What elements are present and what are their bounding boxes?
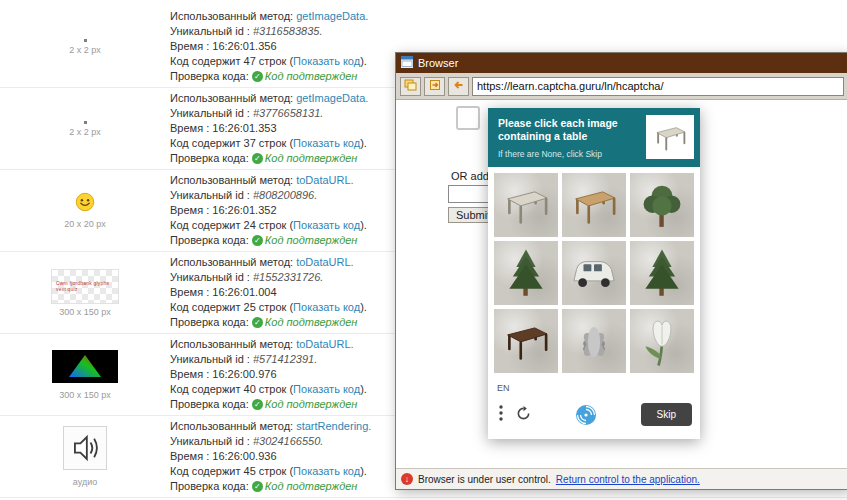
id-line: Уникальный id : #3116583835. <box>170 24 368 39</box>
id-label: Уникальный id : <box>170 353 253 365</box>
method-link[interactable]: toDataURL. <box>296 174 353 186</box>
captcha-grid-image-table[interactable] <box>494 173 558 237</box>
method-label: Использованный метод: <box>170 420 296 432</box>
hcaptcha-logo[interactable] <box>531 404 641 426</box>
time-value: 16:26:00.976 <box>212 368 276 380</box>
captcha-grid-image-tree[interactable] <box>630 173 694 237</box>
show-code-link[interactable]: Показать код <box>293 383 360 395</box>
thumbnail-caption: 2 x 2 px <box>69 45 101 55</box>
code-text: Код содержит 37 строк ( <box>170 137 293 149</box>
id-label: Уникальный id : <box>170 107 253 119</box>
method-line: Использованный метод: toDataURL. <box>170 173 367 188</box>
thumbnail-image: Cwm fjordbank glyphs vext quiz <box>51 269 119 304</box>
method-link[interactable]: toDataURL. <box>296 256 353 268</box>
go-icon <box>429 79 441 94</box>
thumbnail: 2 x 2 px <box>0 121 170 137</box>
check-ok-icon: ✓ <box>252 153 263 164</box>
thumbnail-caption: 300 x 150 px <box>59 390 111 400</box>
windows-icon <box>404 79 417 94</box>
code-text-after: ). <box>360 465 367 477</box>
back-button[interactable] <box>448 77 469 96</box>
code-text-after: ). <box>360 301 367 313</box>
check-ok-icon: ✓ <box>252 71 263 82</box>
code-text-after: ). <box>360 137 367 149</box>
id-line: Уникальный id : #1552331726. <box>170 270 367 285</box>
time-label: Время : <box>170 286 212 298</box>
vertical-dots-icon <box>498 404 504 425</box>
code-line: Код содержит 47 строк (Показать код). <box>170 54 368 69</box>
method-link[interactable]: getImageData. <box>296 92 368 104</box>
go-button[interactable] <box>424 77 445 96</box>
window-titlebar[interactable]: Browser <box>396 53 847 73</box>
captcha-image-grid <box>488 167 700 379</box>
code-text: Код содержит 24 строк ( <box>170 219 293 231</box>
method-link[interactable]: toDataURL. <box>296 338 353 350</box>
refresh-icon <box>516 406 531 424</box>
thumbnail: 20 x 20 px <box>0 192 170 229</box>
menu-button[interactable] <box>498 404 504 425</box>
check-label: Проверка кода: <box>170 70 252 82</box>
code-line: Код содержит 37 строк (Показать код). <box>170 136 368 151</box>
entry-details: Использованный метод: toDataURL. Уникаль… <box>170 337 367 412</box>
captcha-grid-image-tree[interactable] <box>494 241 558 305</box>
id-line: Уникальный id : #3776658131. <box>170 106 368 121</box>
skip-button[interactable]: Skip <box>641 403 692 426</box>
url-bar[interactable] <box>472 77 844 96</box>
thumbnail: аудио <box>0 426 170 487</box>
entry-details: Использованный метод: getImageData. Уник… <box>170 91 368 166</box>
canvas-sample-text: Cwm fjordbank glyphs vext quiz <box>52 280 118 292</box>
refresh-button[interactable] <box>516 406 531 424</box>
captcha-grid-image-flower[interactable] <box>562 309 626 373</box>
captcha-grid-image-table[interactable] <box>494 309 558 373</box>
code-text: Код содержит 25 строк ( <box>170 301 293 313</box>
window-title: Browser <box>418 57 458 69</box>
code-text-after: ). <box>360 55 367 67</box>
check-status: Код подтвержден <box>265 480 358 492</box>
captcha-grid-image-flower[interactable] <box>630 309 694 373</box>
method-link[interactable]: startRendering. <box>296 420 371 432</box>
window-statusbar: ↓ Browser is under user control. Return … <box>396 468 847 489</box>
entry-details: Использованный метод: startRendering. Ун… <box>170 419 371 494</box>
code-text: Код содержит 40 строк ( <box>170 383 293 395</box>
code-text-after: ). <box>360 219 367 231</box>
show-code-link[interactable]: Показать код <box>293 137 360 149</box>
method-link[interactable]: getImageData. <box>296 10 368 22</box>
captcha-footer: Skip <box>488 393 700 439</box>
code-text: Код содержит 47 строк ( <box>170 55 293 67</box>
captcha-grid-image-van[interactable] <box>562 241 626 305</box>
thumbnail-image <box>52 350 118 387</box>
show-code-link[interactable]: Показать код <box>293 55 360 67</box>
back-icon <box>453 79 465 94</box>
show-code-link[interactable]: Показать код <box>293 219 360 231</box>
check-line: Проверка кода: ✓Код подтвержден <box>170 479 371 494</box>
check-ok-icon: ✓ <box>252 399 263 410</box>
id-line: Уникальный id : #571412391. <box>170 352 367 367</box>
entry-details: Использованный метод: toDataURL. Уникаль… <box>170 173 367 248</box>
check-status: Код подтвержден <box>265 316 358 328</box>
time-value: 16:26:01.353 <box>212 122 276 134</box>
thumbnail-image <box>84 39 87 42</box>
time-label: Время : <box>170 40 212 52</box>
check-label: Проверка кода: <box>170 316 252 328</box>
code-line: Код содержит 25 строк (Показать код). <box>170 300 367 315</box>
captcha-checkbox[interactable] <box>456 106 480 130</box>
time-line: Время : 16:26:01.352 <box>170 203 367 218</box>
status-text: Browser is under user control. <box>418 474 551 485</box>
thumbnail: 300 x 150 px <box>0 350 170 400</box>
captcha-grid-image-table[interactable] <box>562 173 626 237</box>
return-control-link[interactable]: Return control to the application. <box>556 474 700 485</box>
show-code-link[interactable]: Показать код <box>293 465 360 477</box>
show-code-link[interactable]: Показать код <box>293 301 360 313</box>
time-line: Время : 16:26:01.004 <box>170 285 367 300</box>
thumbnail-image <box>84 121 87 124</box>
method-line: Использованный метод: getImageData. <box>170 91 368 106</box>
method-line: Использованный метод: getImageData. <box>170 9 368 24</box>
id-value: #808200896. <box>253 189 317 201</box>
time-line: Время : 16:26:01.356 <box>170 39 368 54</box>
check-label: Проверка кода: <box>170 398 252 410</box>
captcha-grid-image-tree[interactable] <box>630 241 694 305</box>
time-line: Время : 16:26:01.353 <box>170 121 368 136</box>
check-status: Код подтвержден <box>265 234 358 246</box>
windows-button[interactable] <box>400 77 421 96</box>
entry-details: Использованный метод: toDataURL. Уникаль… <box>170 255 367 330</box>
